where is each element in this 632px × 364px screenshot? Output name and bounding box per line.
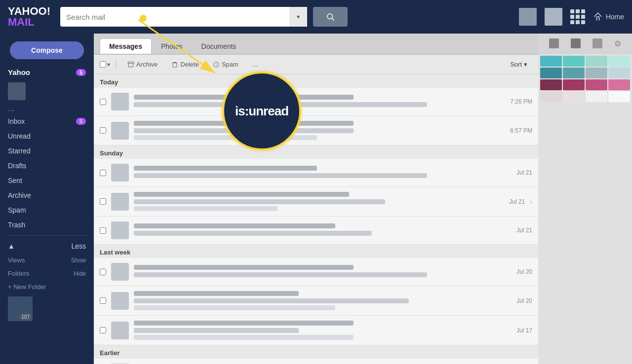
color-cell bbox=[563, 79, 585, 90]
color-cell bbox=[540, 68, 562, 78]
avatar2 bbox=[545, 8, 562, 26]
email-time: Jul 20 bbox=[505, 268, 532, 275]
date-group-today: Today bbox=[94, 74, 538, 88]
archive-label: Archive bbox=[136, 61, 158, 68]
email-sender-thumb bbox=[111, 221, 129, 239]
email-row[interactable]: Jul 17 bbox=[94, 316, 538, 345]
right-panel-toolbar: ⚙ bbox=[538, 34, 632, 54]
email-row[interactable]: Jul 13 bbox=[94, 359, 538, 364]
email-body-preview bbox=[134, 95, 500, 109]
sidebar-views-header[interactable]: Views Show bbox=[0, 254, 94, 267]
sidebar-views-action: Show bbox=[71, 257, 86, 264]
email-arrow-icon: › bbox=[530, 198, 532, 206]
sidebar-item-starred[interactable]: Starred bbox=[0, 144, 94, 158]
date-group-earlier: Earlier bbox=[94, 345, 538, 359]
email-subject-bar bbox=[134, 328, 299, 333]
email-body-preview bbox=[134, 223, 500, 238]
email-toolbar: ▾ Archive Delete Spam bbox=[94, 55, 538, 74]
more-label: ... bbox=[252, 61, 258, 68]
more-button[interactable]: ... bbox=[247, 59, 263, 70]
email-subject-bar bbox=[134, 173, 427, 178]
select-dropdown-arrow[interactable]: ▾ bbox=[107, 61, 110, 68]
new-folder-button[interactable]: + New Folder bbox=[0, 280, 94, 293]
rp-list-icon[interactable] bbox=[592, 38, 602, 48]
home-icon bbox=[593, 12, 603, 22]
email-row[interactable]: Jul 21 bbox=[94, 159, 538, 187]
search-dropdown-btn[interactable]: ▾ bbox=[289, 7, 307, 27]
email-body-preview bbox=[134, 291, 500, 310]
sidebar-folders-header[interactable]: Folders Hide bbox=[0, 267, 94, 280]
right-panel: ⚙ bbox=[538, 34, 632, 364]
email-checkbox[interactable] bbox=[100, 227, 106, 234]
header-right: Home bbox=[519, 8, 624, 26]
settings-icon[interactable]: ⚙ bbox=[614, 39, 621, 48]
email-sender-thumb bbox=[111, 93, 129, 110]
color-cell bbox=[540, 79, 562, 90]
tab-messages[interactable]: Messages bbox=[100, 38, 152, 54]
search-icon bbox=[326, 12, 335, 21]
home-button[interactable]: Home bbox=[593, 12, 624, 22]
color-cell bbox=[563, 91, 585, 102]
email-preview-bar bbox=[134, 335, 354, 340]
email-time: Jul 21 bbox=[505, 169, 532, 176]
spam-label: Spam bbox=[222, 61, 238, 68]
color-cell bbox=[540, 56, 562, 67]
sidebar-item-unread[interactable]: Unread bbox=[0, 129, 94, 144]
email-checkbox[interactable] bbox=[100, 127, 106, 134]
sidebar-trash-label: Trash bbox=[8, 221, 86, 229]
search-button[interactable] bbox=[313, 7, 348, 27]
email-checkbox[interactable] bbox=[100, 170, 106, 176]
sidebar-unread-label: Unread bbox=[8, 132, 86, 140]
search-input[interactable]: is:unread bbox=[60, 7, 307, 27]
tab-documents[interactable]: Documents bbox=[192, 38, 246, 54]
folder-thumbnail: 107 bbox=[8, 296, 33, 321]
yahoo-logo: YAHOO!MAIL bbox=[8, 6, 50, 28]
color-cell bbox=[563, 56, 585, 67]
email-checkbox[interactable] bbox=[100, 297, 106, 304]
sidebar-less-toggle[interactable]: ▲ Less bbox=[0, 239, 94, 254]
svg-point-6 bbox=[216, 66, 217, 66]
sort-button[interactable]: Sort ▾ bbox=[505, 59, 532, 70]
email-sender-bar bbox=[134, 223, 335, 228]
svg-rect-2 bbox=[128, 62, 134, 63]
delete-button[interactable]: Delete bbox=[166, 59, 204, 70]
sidebar-spam-label: Spam bbox=[8, 206, 86, 214]
sidebar-item-inbox[interactable]: Inbox 5 bbox=[0, 114, 94, 129]
email-body-preview bbox=[134, 121, 500, 140]
rp-contacts-icon[interactable] bbox=[549, 38, 559, 48]
tab-photos[interactable]: Photos bbox=[152, 38, 192, 54]
sidebar-dots[interactable]: ... bbox=[0, 103, 94, 114]
email-preview-bar bbox=[134, 206, 277, 211]
email-row[interactable]: 7:26 PM bbox=[94, 88, 538, 116]
color-cell bbox=[586, 56, 607, 67]
email-checkbox[interactable] bbox=[100, 327, 106, 333]
select-all-checkbox[interactable] bbox=[100, 61, 106, 68]
email-row[interactable]: 6:57 PM bbox=[94, 116, 538, 146]
email-row[interactable]: Jul 21 › bbox=[94, 187, 538, 217]
select-all-check[interactable]: ▾ bbox=[100, 61, 110, 68]
sidebar-item-drafts[interactable]: Drafts bbox=[0, 158, 94, 173]
sidebar-divider bbox=[6, 235, 88, 236]
rp-folders-icon[interactable] bbox=[571, 38, 581, 48]
email-subject-bar bbox=[134, 102, 427, 107]
sidebar-starred-label: Starred bbox=[8, 147, 86, 155]
compose-button[interactable]: Compose bbox=[10, 41, 84, 59]
sidebar-item-spam[interactable]: Spam bbox=[0, 203, 94, 218]
email-sender-bar bbox=[134, 95, 354, 100]
sidebar-yahoo-label: Yahoo bbox=[8, 68, 30, 76]
email-row[interactable]: Jul 20 bbox=[94, 286, 538, 316]
email-preview-bar bbox=[134, 305, 335, 310]
email-row[interactable]: Jul 21 bbox=[94, 217, 538, 245]
spam-button[interactable]: Spam bbox=[208, 59, 243, 70]
sidebar-item-trash[interactable]: Trash bbox=[0, 218, 94, 232]
apps-grid-icon[interactable] bbox=[570, 9, 585, 24]
email-checkbox[interactable] bbox=[100, 198, 106, 205]
email-checkbox[interactable] bbox=[100, 99, 106, 105]
email-row[interactable]: Jul 20 bbox=[94, 258, 538, 286]
email-pane: Messages Photos Documents ▾ Archive Del bbox=[94, 34, 538, 364]
email-checkbox[interactable] bbox=[100, 269, 106, 275]
email-sender-thumb bbox=[111, 263, 129, 281]
sidebar-item-archive[interactable]: Archive bbox=[0, 188, 94, 203]
sidebar-item-sent[interactable]: Sent bbox=[0, 173, 94, 188]
archive-button[interactable]: Archive bbox=[122, 59, 162, 70]
